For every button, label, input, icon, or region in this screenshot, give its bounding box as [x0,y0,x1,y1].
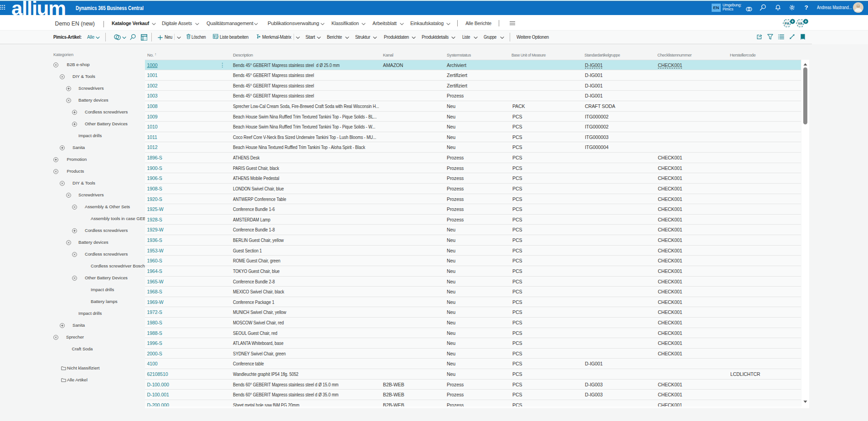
svg-text:VA: VA [797,21,802,26]
svg-text:PA: PA [785,21,790,26]
